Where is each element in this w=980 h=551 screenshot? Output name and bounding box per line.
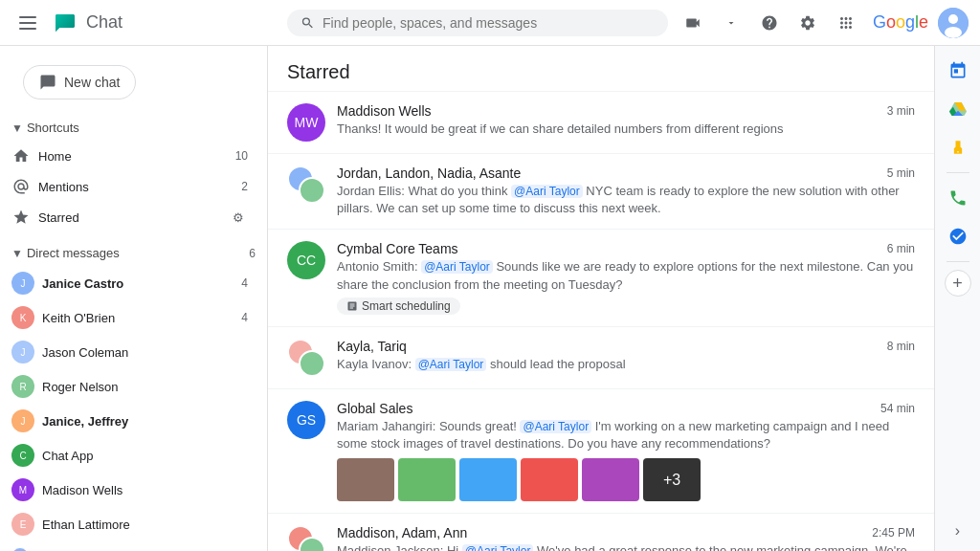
avatar: C — [11, 444, 34, 467]
msg-time: 5 min — [887, 166, 915, 180]
msg-sender: Kayla, Tariq — [337, 339, 407, 354]
content-header: Starred — [268, 46, 934, 92]
help-icon[interactable] — [752, 6, 787, 40]
sidebar-contact-item[interactable]: K Keith O'Brien 4 — [0, 300, 259, 335]
sidebar-contact-item[interactable]: J Janice Castro 4 — [0, 266, 259, 300]
mentions-icon — [11, 177, 31, 196]
chevron-icon: ▼ — [11, 247, 23, 260]
msg-sender: Cymbal Core Teams — [337, 241, 458, 256]
sidebar-item-starred[interactable]: Starred ⚙ — [0, 202, 259, 232]
avatar: J — [11, 272, 34, 295]
msg-sender: Maddison, Adam, Ann — [337, 525, 467, 540]
image-thumb[interactable] — [521, 458, 578, 501]
msg-content: Cymbal Core Teams 6 min Antonio Smith: @… — [337, 241, 915, 314]
new-chat-button[interactable]: New chat — [23, 65, 136, 99]
message-item[interactable]: GS Global Sales 54 min Mariam Jahangiri:… — [268, 389, 934, 514]
msg-header: Cymbal Core Teams 6 min — [337, 241, 915, 256]
shortcuts-section[interactable]: ▼ Shortcuts — [0, 115, 267, 141]
image-more[interactable]: +3 — [643, 458, 701, 501]
sidebar: New chat ▼ Shortcuts Home 10 Mentions 2 — [0, 46, 268, 551]
starred-icon — [11, 208, 31, 227]
msg-avatar-group — [287, 165, 325, 204]
right-panel: + › — [934, 46, 980, 551]
msg-time: 8 min — [887, 340, 915, 353]
msg-time: 3 min — [887, 104, 915, 118]
image-thumb[interactable] — [398, 458, 456, 501]
mention-tag: @Aari Taylor — [511, 185, 583, 198]
svg-point-2 — [948, 14, 958, 24]
top-bar-left: Chat — [11, 9, 279, 37]
chat-app-icon — [52, 10, 78, 36]
msg-header: Jordan, Landon, Nadia, Asante 5 min — [337, 165, 915, 181]
dm-section[interactable]: ▼ Direct messages 6 — [0, 240, 267, 266]
app-title: Chat — [86, 12, 122, 33]
top-icons: Google — [676, 6, 969, 40]
avatar-group — [11, 547, 34, 551]
dropdown-icon[interactable] — [714, 6, 748, 40]
contact-name: Roger Nelson — [42, 380, 248, 394]
panel-divider-2 — [947, 261, 969, 262]
avatar: R — [11, 375, 34, 398]
msg-time: 54 min — [880, 402, 915, 415]
sidebar-contact-item[interactable]: Janice, Adam, Gregory, Jose... @ — [0, 541, 259, 551]
message-item[interactable]: Maddison, Adam, Ann 2:45 PM Maddison Jac… — [268, 514, 934, 551]
search-input[interactable] — [323, 15, 655, 31]
menu-icon[interactable] — [11, 9, 44, 37]
calendar-icon[interactable] — [941, 54, 975, 88]
contact-name: Ethan Lattimore — [42, 518, 248, 532]
mention-tag: @Aari Taylor — [415, 358, 487, 371]
user-avatar[interactable] — [938, 8, 969, 38]
image-thumb[interactable] — [582, 458, 639, 501]
video-icon[interactable] — [676, 6, 710, 40]
home-icon — [11, 146, 31, 165]
msg-text: Jordan Ellis: What do you think @Aari Ta… — [337, 183, 915, 217]
msg-content: Maddison Wells 3 min Thanks! It would be… — [337, 103, 915, 138]
expand-panel-icon[interactable]: › — [951, 518, 964, 543]
msg-header: Global Sales 54 min — [337, 401, 915, 416]
search-icon — [301, 15, 315, 31]
message-item[interactable]: Kayla, Tariq 8 min Kayla Ivanov: @Aari T… — [268, 327, 934, 389]
drive-icon[interactable] — [941, 92, 975, 126]
msg-text: Mariam Jahangiri: Sounds great! @Aari Ta… — [337, 418, 915, 452]
contact-badge: 4 — [233, 276, 248, 290]
image-thumb[interactable] — [337, 458, 394, 501]
image-thumb[interactable] — [459, 458, 517, 501]
tasks-icon[interactable] — [941, 219, 975, 253]
msg-avatar: MW — [287, 103, 325, 142]
avatar: M — [11, 478, 34, 501]
msg-avatar-group — [287, 525, 325, 551]
sidebar-contact-item[interactable]: C Chat App — [0, 438, 259, 473]
sidebar-contact-item[interactable]: M Madison Wells — [0, 473, 259, 507]
sidebar-item-home[interactable]: Home 10 — [0, 141, 259, 171]
sidebar-contact-item[interactable]: J Jason Coleman — [0, 335, 259, 369]
search-bar[interactable] — [287, 10, 668, 36]
panel-divider — [947, 172, 969, 173]
sidebar-item-mentions[interactable]: Mentions 2 — [0, 171, 259, 202]
msg-time: 2:45 PM — [872, 526, 915, 540]
phone-icon[interactable] — [941, 181, 975, 215]
smart-chip: Smart scheduling — [337, 298, 460, 315]
add-panel-icon[interactable]: + — [945, 270, 971, 297]
msg-content: Kayla, Tariq 8 min Kayla Ivanov: @Aari T… — [337, 339, 915, 373]
msg-text: Maddison Jackson: Hi @Aari Taylor We've … — [337, 542, 915, 551]
settings-icon[interactable] — [791, 6, 825, 40]
message-item[interactable]: MW Maddison Wells 3 min Thanks! It would… — [268, 92, 934, 154]
google-logo: Google — [873, 12, 928, 33]
sidebar-contact-item[interactable]: E Ethan Lattimore — [0, 507, 259, 541]
message-item[interactable]: Jordan, Landon, Nadia, Asante 5 min Jord… — [268, 154, 934, 230]
message-item[interactable]: CC Cymbal Core Teams 6 min Antonio Smith… — [268, 230, 934, 326]
avatar: E — [11, 513, 34, 536]
sidebar-contact-item[interactable]: J Janice, Jeffrey — [0, 404, 259, 438]
sidebar-contact-item[interactable]: R Roger Nelson — [0, 369, 259, 404]
top-bar: Chat Google — [0, 0, 980, 46]
msg-avatar-group — [287, 339, 325, 377]
msg-text: Thanks! It would be great if we can shar… — [337, 121, 915, 138]
mention-tag: @Aari Taylor — [462, 544, 534, 551]
msg-text: Antonio Smith: @Aari Taylor Sounds like … — [337, 258, 915, 293]
msg-time: 6 min — [887, 242, 915, 255]
avatar: J — [11, 409, 34, 432]
contact-name: Janice Castro — [42, 276, 225, 291]
msg-content: Global Sales 54 min Mariam Jahangiri: So… — [337, 401, 915, 501]
keep-icon[interactable] — [941, 130, 975, 165]
apps-icon[interactable] — [829, 6, 863, 40]
